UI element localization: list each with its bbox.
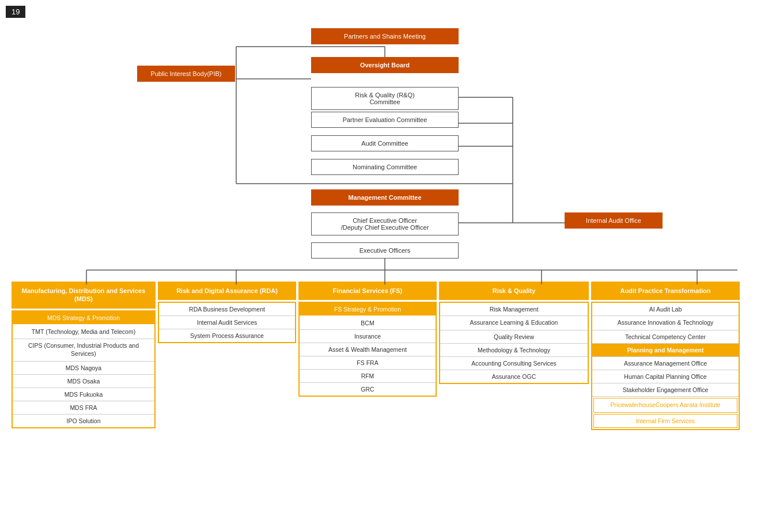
partners-shains-node: Partners and Shains Meeting (311, 28, 459, 44)
mds-item-4: MDS Osaka (13, 375, 154, 388)
executive-officers-label: Executive Officers (311, 242, 459, 259)
apt-item-5: Human Capital Planning Office (592, 370, 739, 383)
apt-header: Audit Practice Transformation (591, 282, 740, 300)
rda-item-0: RDA Business Development (159, 303, 295, 316)
rq-item-1: Assurance Learning & Education (440, 316, 588, 330)
apt-item-1: Assurance Innovation & Technology (592, 316, 739, 330)
rda-header: Risk and Digital Assurance (RDA) (158, 282, 296, 300)
mds-item-1: TMT (Technology, Media and Telecom) (13, 325, 154, 340)
apt-item-4: Assurance Management Office (592, 357, 739, 370)
nominating-committee-node: Nominating Committee (311, 159, 459, 175)
mds-item-0: MDS Strategy & Promotion (13, 311, 154, 324)
mds-item-6: MDS FRA (13, 401, 154, 415)
pib-label: Public Interest Body(PIB) (137, 66, 235, 82)
fs-item-0: FS Strategy & Promotion (300, 303, 436, 316)
apt-item-3: Planning and Management (592, 344, 739, 357)
mds-column: Manufacturing, Distribution and Services… (12, 282, 156, 428)
apt-item-6: Stakeholder Engagement Office (592, 383, 739, 397)
fs-item-4: FS FRA (300, 356, 436, 370)
internal-audit-office-label: Internal Audit Office (565, 212, 663, 229)
rda-column: Risk and Digital Assurance (RDA) RDA Bus… (158, 282, 296, 343)
rq-column: Risk & Quality Risk Management Assurance… (439, 282, 589, 384)
rq-item-2: Quality Review (440, 330, 588, 344)
mds-item-7: IPO Solution (13, 415, 154, 427)
apt-item-8: Internal Firm Services (593, 414, 737, 428)
fs-header: Financial Services (FS) (298, 282, 437, 300)
fs-item-1: BCM (300, 317, 436, 330)
partners-shains-label: Partners and Shains Meeting (311, 28, 459, 44)
apt-item-0: AI Audit Lab (592, 303, 739, 316)
rq-item-3: Methodology & Technology (440, 344, 588, 357)
mds-header: Manufacturing, Distribution and Services… (12, 282, 156, 309)
title-bar: 19 (6, 6, 25, 18)
apt-item-2: Technical Competency Center (592, 330, 739, 344)
mds-item-2: CIPS (Consumer, Industrial Products and … (13, 339, 154, 361)
nominating-committee-label: Nominating Committee (311, 159, 459, 175)
ceo-node: Chief Executive Officer/Deputy Chief Exe… (311, 212, 459, 235)
rq-item-5: Assurance OGC (440, 370, 588, 383)
fs-item-6: GRC (300, 383, 436, 396)
rq-header: Risk & Quality (439, 282, 589, 300)
fs-item-2: Insurance (300, 330, 436, 343)
departments-section: Manufacturing, Distribution and Services… (12, 282, 760, 430)
rq-committee-node: Risk & Quality (R&Q)Committee (311, 87, 459, 110)
apt-item-7: PricewaterhouseCoopers Aarata Institute (593, 398, 737, 413)
fs-column: Financial Services (FS) FS Strategy & Pr… (298, 282, 437, 397)
management-committee-node: Management Committee (311, 189, 459, 206)
pib-node: Public Interest Body(PIB) (137, 66, 235, 82)
rq-item-0: Risk Management (440, 303, 588, 316)
ceo-label: Chief Executive Officer/Deputy Chief Exe… (311, 212, 459, 235)
rda-item-1: Internal Audit Services (159, 316, 295, 329)
audit-committee-label: Audit Committee (311, 135, 459, 151)
rq-committee-label: Risk & Quality (R&Q)Committee (311, 87, 459, 110)
internal-audit-office-node: Internal Audit Office (565, 212, 663, 229)
partner-eval-node: Partner Evaluation Committee (311, 112, 459, 128)
oversight-board-node: Oversight Board (311, 57, 459, 73)
apt-column: Audit Practice Transformation AI Audit L… (591, 282, 740, 430)
fs-item-3: Asset & Wealth Management (300, 343, 436, 356)
mds-item-5: MDS Fukuoka (13, 388, 154, 401)
executive-officers-node: Executive Officers (311, 242, 459, 259)
rda-item-2: System Process Assurance (159, 329, 295, 342)
fs-item-5: RFM (300, 370, 436, 383)
partner-eval-label: Partner Evaluation Committee (311, 112, 459, 128)
mds-item-3: MDS Nagoya (13, 362, 154, 375)
rq-item-4: Accounting Consulting Services (440, 357, 588, 370)
oversight-board-label: Oversight Board (311, 57, 459, 73)
management-committee-label: Management Committee (311, 189, 459, 206)
audit-committee-node: Audit Committee (311, 135, 459, 151)
